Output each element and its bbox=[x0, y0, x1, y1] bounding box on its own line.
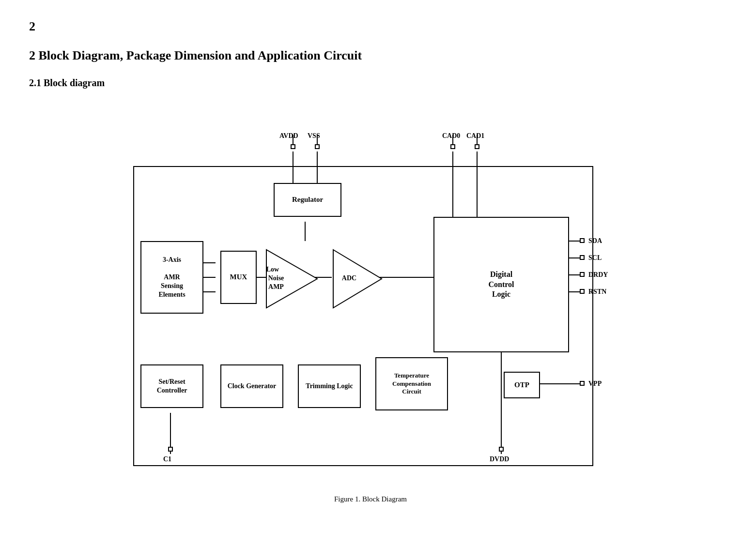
avdd-label: AVDD bbox=[279, 132, 298, 140]
figure-caption: Figure 1. Block Diagram bbox=[29, 495, 712, 503]
subsection-heading: 2.1 Block diagram bbox=[29, 77, 712, 89]
section-title: 2 bbox=[29, 19, 712, 34]
section-heading: 2 Block Diagram, Package Dimension and A… bbox=[29, 48, 712, 63]
main-border bbox=[133, 166, 593, 466]
cad1-label: CAD1 bbox=[466, 132, 484, 140]
avdd-pin bbox=[291, 144, 295, 149]
cad0-pin bbox=[450, 144, 455, 149]
cad0-label: CAD0 bbox=[442, 132, 460, 140]
block-diagram: line, polyline, path { stroke: #000; str… bbox=[104, 108, 637, 485]
vss-label: VSS bbox=[308, 132, 320, 140]
cad1-pin bbox=[475, 144, 479, 149]
vss-pin bbox=[315, 144, 320, 149]
